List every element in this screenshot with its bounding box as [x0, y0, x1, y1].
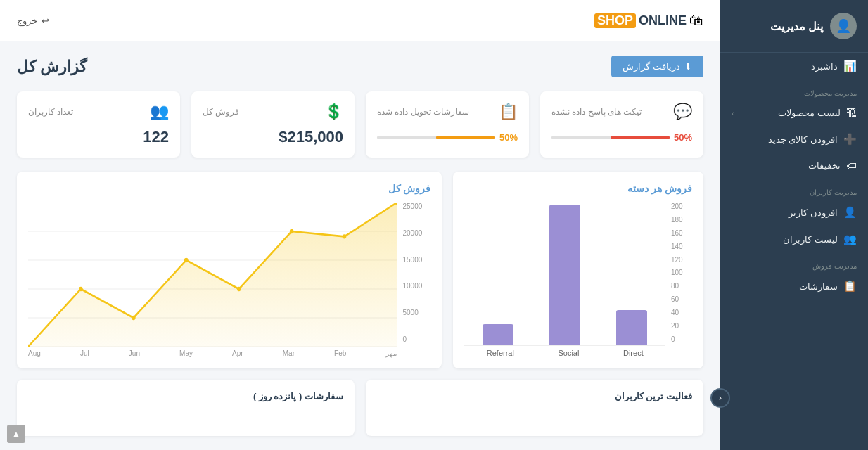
ly-label: 5000 — [402, 309, 418, 316]
bottom-card-orders: فعالیت ترین کاربران — [366, 380, 703, 436]
sidebar-item-add-product[interactable]: ➕ افزودن کالای جدید — [720, 126, 868, 153]
sales-icon: 💲 — [324, 103, 343, 121]
topbar: 🛍 ONLINE SHOP ↩ خروج — [0, 0, 720, 41]
x-label: مهر — [385, 349, 397, 357]
sidebar-item-label: لیست کاربران — [783, 234, 838, 245]
bar-referral-rect — [483, 324, 513, 345]
ly-label: 15000 — [402, 256, 422, 264]
x-label: Mar — [283, 349, 295, 357]
tickets-pct: 50% — [674, 132, 692, 143]
report-button[interactable]: ⬇ دریافت گزارش — [611, 56, 703, 77]
bar-direct-rect — [616, 310, 647, 345]
bottom-users-title: سفارشات ( پانزده روز ) — [28, 391, 343, 401]
page-title: گزارش کل — [17, 58, 87, 76]
sidebar-item-add-user[interactable]: 👤 افزودن کاربر — [720, 199, 868, 226]
stat-card-orders: 📋 سفارشات تحویل داده شده 50% — [366, 91, 529, 158]
sidebar-title: پنل مدیریت — [770, 20, 823, 33]
bottom-orders-title: فعالیت ترین کاربران — [377, 391, 692, 401]
logo: 🛍 ONLINE SHOP — [594, 13, 703, 29]
line-chart-svg — [28, 202, 397, 347]
stat-card-tickets: 💬 تیکت های پاسخ داده نشده 50% — [540, 91, 703, 158]
line-chart-title: فروش کل — [28, 183, 430, 194]
y-label: 120 — [671, 256, 683, 264]
chevron-icon: › — [732, 109, 734, 117]
exit-arrow-icon: ↩ — [42, 15, 49, 26]
sidebar-item-orders[interactable]: 📋 سفارشات — [720, 273, 868, 300]
y-label: 40 — [671, 309, 679, 316]
bar-chart-card: فروش هر دسته 200 180 160 140 120 100 80 … — [453, 172, 703, 368]
scroll-up-btn[interactable]: ▲ — [7, 425, 25, 443]
ly-label: 20000 — [402, 229, 422, 237]
dot — [290, 229, 294, 233]
bar-referral — [483, 324, 513, 345]
stat-card-sales: 💲 فروش کل $215,000 — [191, 91, 355, 158]
y-label: 160 — [671, 229, 683, 237]
bar-social-rect — [549, 205, 580, 345]
sidebar-header: 👤 پنل مدیریت — [720, 0, 868, 53]
bar-label-referral: Referral — [487, 349, 514, 357]
ly-label: 25000 — [402, 202, 422, 210]
sidebar-item-label: سفارشات — [799, 281, 838, 292]
dot — [132, 316, 136, 320]
section-label-users: مدیریت کاربران — [720, 179, 868, 199]
logo-online: ONLINE — [639, 13, 687, 28]
bottom-row: فعالیت ترین کاربران سفارشات ( پانزده روز… — [17, 380, 703, 436]
users-value: 122 — [28, 128, 169, 146]
y-label: 0 — [671, 335, 675, 343]
bottom-card-users: سفارشات ( پانزده روز ) — [17, 380, 355, 436]
dashboard-icon: 📊 — [843, 60, 857, 72]
exit-button[interactable]: ↩ خروج — [17, 15, 49, 26]
sidebar-item-user-list[interactable]: 👥 لیست کاربران — [720, 226, 868, 252]
y-label: 60 — [671, 295, 679, 303]
bar-label-social: Social — [558, 349, 579, 357]
page-header: ⬇ دریافت گزارش گزارش کل — [17, 56, 703, 77]
y-label: 100 — [671, 269, 683, 276]
product-list-icon: 🏗 — [846, 107, 857, 119]
stat-cards: 💬 تیکت های پاسخ داده نشده 50% 📋 سفارشات … — [17, 91, 703, 158]
section-label-products: مدیریت محصولات — [720, 79, 868, 100]
x-label: Jun — [129, 349, 140, 357]
section-label-sales: مدیریت فروش — [720, 252, 868, 273]
discount-icon: 🏷 — [846, 160, 857, 172]
sidebar-item-dashboard[interactable]: 📊 داشبرد — [720, 53, 868, 79]
y-label: 200 — [671, 202, 683, 210]
main-content: 🛍 ONLINE SHOP ↩ خروج ⬇ دریافت گزارش گزار… — [0, 0, 720, 450]
users-stat-icon: 👥 — [150, 103, 169, 121]
sidebar-item-label: لیست محصولات — [778, 108, 841, 118]
sidebar-item-discounts[interactable]: 🏷 تخفیفات — [720, 153, 868, 179]
content-area: ⬇ دریافت گزارش گزارش کل 💬 تیکت های پاسخ … — [0, 41, 720, 450]
sales-label: فروش کل — [203, 107, 239, 117]
sidebar: 👤 پنل مدیریت 📊 داشبرد مدیریت محصولات 🏗 ل… — [720, 0, 868, 450]
line-chart-card: فروش کل 25000 20000 15000 10000 5000 0 — [17, 172, 442, 368]
download-icon: ⬇ — [684, 61, 692, 72]
bar-direct — [616, 310, 647, 345]
sidebar-item-label: افزودن کالای جدید — [768, 134, 838, 145]
x-label: May — [179, 349, 193, 357]
orders-label: سفارشات تحویل داده شده — [377, 107, 469, 117]
dot — [237, 287, 241, 291]
x-label: Feb — [334, 349, 346, 357]
sales-value: $215,000 — [203, 128, 343, 146]
x-label: Apr — [232, 349, 243, 357]
ly-label: 10000 — [402, 282, 422, 290]
charts-row: فروش هر دسته 200 180 160 140 120 100 80 … — [17, 172, 703, 368]
tickets-bar-fill — [611, 136, 670, 139]
ly-label: 0 — [402, 335, 407, 343]
y-label: 80 — [671, 282, 679, 290]
sidebar-item-product-list[interactable]: 🏗 لیست محصولات › — [720, 100, 868, 126]
sidebar-item-label: افزودن کاربر — [789, 207, 838, 218]
y-label: 180 — [671, 216, 683, 224]
dot — [79, 287, 83, 291]
orders-bar-fill — [436, 136, 495, 139]
tickets-icon: 💬 — [673, 103, 692, 121]
orders-pct: 50% — [499, 132, 518, 143]
x-label: Jul — [80, 349, 89, 357]
stat-card-users: 👥 تعداد کاربران 122 — [17, 91, 180, 158]
sidebar-item-label: داشبرد — [811, 61, 838, 72]
logo-shop: SHOP — [594, 13, 636, 28]
tickets-label: تیکت های پاسخ داده نشده — [551, 107, 642, 117]
add-product-icon: ➕ — [843, 133, 857, 146]
bar-chart-title: فروش هر دسته — [464, 183, 692, 194]
sidebar-toggle-button[interactable]: ‹ — [710, 388, 730, 408]
logo-bag-icon: 🛍 — [689, 13, 703, 29]
